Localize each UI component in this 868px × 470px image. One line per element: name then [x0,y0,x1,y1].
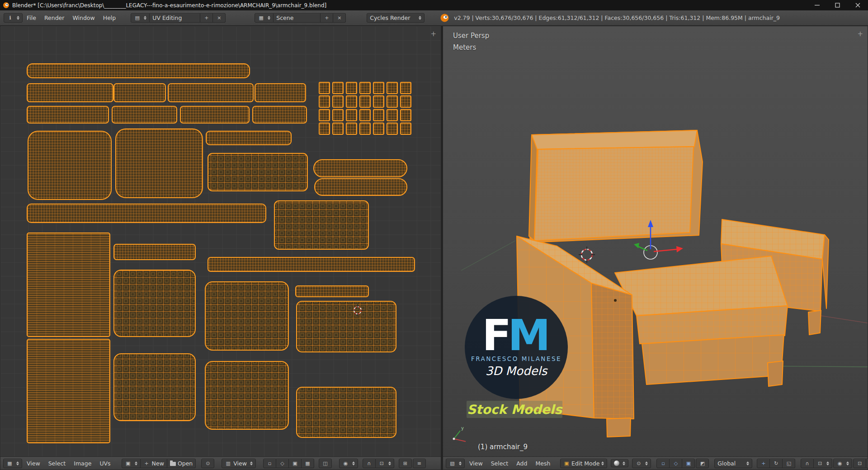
uv-island[interactable] [116,129,203,198]
uv-edit-mode-selector[interactable]: ▥ View [222,459,256,468]
v3d-menu-view[interactable]: View [466,460,486,467]
view3d-canvas[interactable]: y User Persp Meters (1) armchair_9 F M F… [443,26,868,456]
uv-island[interactable] [114,84,165,102]
manipulator-scale-button[interactable]: ◱ [783,459,795,468]
snap-element-selector[interactable]: ⊡ [376,459,394,468]
limit-to-visible-button[interactable]: ◩ [696,459,709,468]
uv-island[interactable] [274,201,368,249]
viewport-shading-selector[interactable] [611,459,628,467]
uv-island[interactable] [208,257,415,271]
uv-island[interactable] [373,123,384,134]
render-engine-selector[interactable]: Cycles Render [367,13,425,23]
uv-island[interactable] [360,96,370,107]
opengl-render-image-button[interactable]: ⊡ [853,459,866,468]
scene-name[interactable]: Scene [274,13,321,23]
uv-menu-view[interactable]: View [23,460,44,467]
opengl-render-anim-button[interactable]: ≣ [866,459,868,468]
editor-type-3d-selector[interactable]: ▧ [446,459,465,468]
image-browse-button[interactable]: ▣ [122,459,141,468]
interaction-mode-selector[interactable]: ▣ Edit Mode [560,459,607,468]
scene-delete-button[interactable]: × [333,13,346,23]
uv-island[interactable] [208,153,307,191]
uv-island[interactable] [333,96,343,107]
manipulator-rotate-button[interactable]: ↻ [770,459,783,468]
uv-island[interactable] [346,109,357,121]
uv-island[interactable] [114,244,195,260]
uv-island[interactable] [319,96,330,107]
uv-island[interactable] [27,64,250,78]
uv-island[interactable] [114,354,195,421]
uv-island[interactable] [297,301,396,352]
uv-island[interactable] [27,339,110,443]
uv-island[interactable] [319,82,330,94]
scene-browse-button[interactable]: ▦ [255,13,274,23]
uv-island[interactable] [401,96,411,107]
uv-island[interactable] [168,84,253,102]
image-open-button[interactable]: Open [167,459,196,468]
manipulator-translate-button[interactable]: + [757,459,770,468]
minimize-button[interactable] [807,0,827,10]
uv-menu-uvs[interactable]: UVs [96,460,114,467]
uv-menu-select[interactable]: Select [45,460,70,467]
uv-island[interactable] [27,84,113,102]
screen-layout-delete-button[interactable]: × [213,13,226,23]
select-mode-edge-button[interactable]: ◇ [670,459,682,468]
uv-select-vertex-button[interactable]: ▫ [263,459,276,468]
uv-island[interactable] [319,123,330,134]
screen-layout-add-button[interactable]: + [200,13,213,23]
uv-island[interactable] [296,286,368,297]
proportional-edit-selector[interactable]: ◉ [339,459,358,468]
uv-island[interactable] [315,179,407,195]
menu-file[interactable]: File [23,14,40,21]
uv-island[interactable] [206,131,291,145]
v3d-menu-add[interactable]: Add [513,460,531,467]
uv-menu-image[interactable]: Image [70,460,95,467]
uv-island[interactable] [255,84,306,102]
uv-island[interactable] [205,361,288,429]
uv-island[interactable] [373,109,384,121]
uv-island[interactable] [360,109,370,121]
select-mode-face-button[interactable]: ▣ [682,459,695,468]
screen-layout-name[interactable]: UV Editing [150,13,200,23]
uv-island[interactable] [401,82,411,94]
scene-add-button[interactable]: + [321,13,333,23]
uv-island[interactable] [180,106,249,123]
uv-island[interactable] [346,82,357,94]
uv-island[interactable] [27,233,110,337]
uv-sticky-select-button[interactable]: ◫ [319,459,332,468]
uv-island[interactable] [373,96,384,107]
close-button[interactable] [848,0,868,10]
menu-render[interactable]: Render [40,14,69,21]
uv-island[interactable] [333,109,343,121]
region-expand-icon[interactable]: + [430,30,436,38]
uv-editor-canvas[interactable]: + [0,26,441,456]
uv-island[interactable] [373,82,384,94]
uv-island[interactable] [401,109,411,121]
editor-type-info-selector[interactable]: ℹ [4,13,23,23]
uv-island[interactable] [114,270,195,337]
uv-island[interactable] [205,282,288,350]
uv-island[interactable] [28,131,111,199]
uv-island[interactable] [387,109,397,121]
uv-island[interactable] [387,123,397,134]
editor-type-uv-selector[interactable]: ▦ [3,459,22,468]
pivot-point-selector[interactable]: ⊙ [632,459,651,468]
uv-normalized-coords-button[interactable]: ⊞ [399,459,412,468]
menu-help[interactable]: Help [99,14,120,21]
select-mode-vertex-button[interactable]: ▫ [656,459,670,468]
uv-island[interactable] [297,387,396,437]
uv-island[interactable] [333,123,343,134]
v3d-menu-mesh[interactable]: Mesh [532,460,554,467]
menu-window[interactable]: Window [68,14,99,21]
uv-island[interactable] [387,96,397,107]
uv-select-face-button[interactable]: ▣ [289,459,302,468]
snap-toggle-button-3d[interactable]: ∩ [801,459,814,468]
snap-toggle-button[interactable]: ∩ [363,459,376,468]
uv-island[interactable] [253,106,307,123]
image-pin-button[interactable]: ⊙ [201,459,214,468]
proportional-edit-selector-3d[interactable]: ◉ [833,459,852,468]
uv-island[interactable] [319,109,330,121]
snap-element-selector-3d[interactable]: ⊡ [814,459,832,468]
uv-island[interactable] [401,123,411,134]
maximize-button[interactable] [827,0,848,10]
